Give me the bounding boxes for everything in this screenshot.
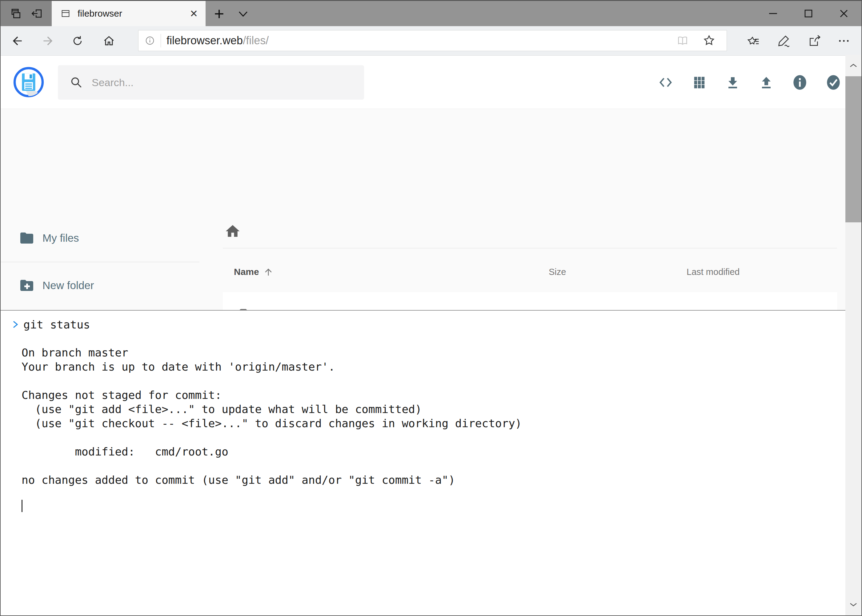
page-scrollbar[interactable]	[845, 55, 861, 615]
upload-button[interactable]	[758, 75, 774, 90]
pen-icon	[777, 34, 791, 48]
forward-arrow-icon	[41, 34, 55, 48]
raw-editor-button[interactable]	[658, 75, 674, 90]
filebrowser-logo[interactable]	[13, 66, 45, 98]
file-info-button[interactable]	[792, 74, 808, 91]
chevron-down-icon	[236, 7, 250, 20]
window-minimize-button[interactable]	[755, 1, 791, 26]
search-icon	[69, 75, 83, 89]
folder-icon	[20, 232, 35, 244]
tab-list-dropdown-button[interactable]	[235, 6, 252, 21]
show-set-aside-tabs-button[interactable]	[9, 7, 22, 20]
tab-title: filebrowser	[77, 8, 122, 19]
search-bar[interactable]	[58, 65, 364, 100]
sort-ascending-arrow-icon	[263, 267, 273, 277]
home-icon	[102, 34, 116, 48]
sort-by-size-header[interactable]: Size	[549, 262, 566, 281]
scrollbar-up-button[interactable]	[845, 55, 861, 76]
reading-view-icon[interactable]	[676, 35, 689, 47]
address-bar[interactable]: filebrowser.web/files/	[138, 30, 727, 51]
set-tabs-aside-icon	[30, 7, 44, 20]
add-favorite-star-icon[interactable]	[702, 34, 716, 47]
more-options-button[interactable]	[837, 34, 851, 48]
code-brackets-icon	[658, 75, 673, 90]
sidebar-item-my-files[interactable]: My files	[1, 224, 199, 252]
browser-window: filebrowser × +	[0, 0, 862, 616]
select-multiple-button[interactable]	[826, 74, 842, 91]
url-divider	[161, 34, 161, 47]
breadcrumb-home-button[interactable]	[224, 223, 241, 240]
window-close-button[interactable]	[826, 1, 861, 26]
maximize-icon	[802, 7, 815, 20]
scrollbar-thumb[interactable]	[845, 76, 861, 222]
window-controls	[755, 1, 861, 26]
minimize-icon	[766, 7, 780, 20]
back-arrow-icon	[11, 34, 24, 48]
check-circle-icon	[826, 74, 841, 91]
download-button[interactable]	[725, 75, 741, 90]
listing-header-row: Name Size Last modified	[223, 262, 837, 281]
sort-by-name-header[interactable]: Name	[234, 262, 273, 281]
column-label-name: Name	[234, 267, 259, 277]
browser-tab[interactable]: filebrowser ×	[52, 1, 206, 26]
floppy-disk-logo-icon	[13, 66, 45, 98]
upload-icon	[759, 75, 774, 90]
scrollbar-down-button[interactable]	[845, 594, 861, 615]
download-icon	[725, 75, 740, 90]
refresh-button[interactable]	[71, 34, 84, 48]
favorites-list-icon	[747, 34, 760, 48]
sort-by-modified-header[interactable]: Last modified	[687, 262, 740, 281]
home-button[interactable]	[102, 34, 116, 48]
tab-actions-group	[1, 1, 52, 26]
set-tabs-aside-button[interactable]	[30, 7, 44, 20]
info-icon	[792, 74, 807, 91]
terminal-output: On branch master Your branch is up to da…	[22, 332, 522, 487]
filebrowser-header	[1, 56, 861, 109]
refresh-icon	[71, 34, 84, 48]
new-tab-button[interactable]: +	[211, 6, 228, 21]
search-input[interactable]	[92, 77, 358, 89]
prompt-chevron-icon	[12, 320, 19, 329]
terminal-text-cursor	[22, 500, 22, 512]
browser-toolbar: filebrowser.web/files/	[1, 26, 861, 56]
site-info-icon[interactable]	[145, 35, 155, 46]
grid-view-button[interactable]	[691, 75, 707, 90]
sidebar-item-label: New folder	[43, 279, 94, 292]
page-favicon-icon	[60, 8, 71, 19]
breadcrumb-divider	[223, 248, 837, 248]
close-icon	[837, 7, 851, 20]
chevron-up-icon	[849, 63, 857, 68]
chevron-down-icon	[849, 602, 857, 607]
web-note-button[interactable]	[777, 34, 791, 48]
forward-button[interactable]	[41, 34, 55, 48]
terminal-command: git status	[24, 318, 90, 331]
terminal-prompt-line: git status	[12, 317, 90, 332]
share-button[interactable]	[808, 34, 822, 48]
browser-titlebar: filebrowser × +	[1, 1, 861, 26]
grid-view-icon	[692, 75, 706, 90]
breadcrumb-home-icon	[224, 223, 241, 240]
sidebar-divider	[1, 262, 199, 262]
url-path: /files/	[243, 34, 269, 47]
sidebar-item-label: My files	[43, 232, 79, 244]
tab-preview-icon	[9, 7, 22, 20]
url-host: filebrowser.web	[167, 34, 243, 47]
tab-close-button[interactable]: ×	[190, 7, 198, 20]
ellipsis-icon	[837, 34, 851, 48]
sidebar-item-new-folder[interactable]: New folder	[1, 272, 199, 299]
terminal-panel[interactable]: git status On branch master Your branch …	[1, 310, 846, 616]
hub-favorites-button[interactable]	[747, 34, 760, 48]
new-folder-icon	[20, 279, 35, 292]
window-maximize-button[interactable]	[791, 1, 826, 26]
share-icon	[808, 34, 822, 48]
back-button[interactable]	[11, 34, 24, 48]
header-actions	[658, 56, 842, 109]
url-text: filebrowser.web/files/	[167, 34, 269, 47]
